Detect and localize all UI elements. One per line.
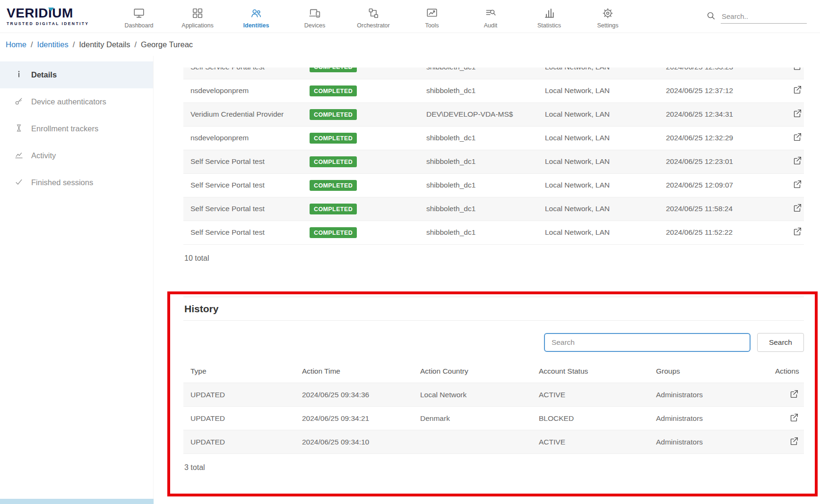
nav-item-label: Settings <box>597 22 618 29</box>
open-history-icon[interactable] <box>789 436 799 448</box>
nav-item-label: Devices <box>304 22 325 29</box>
identity-sidebar: Details Device authenticators Enrollment… <box>0 56 154 504</box>
history-account-status: ACTIVE <box>532 383 649 407</box>
open-session-icon[interactable] <box>792 203 803 215</box>
sessions-section: Self Service Portal test COMPLETED shibb… <box>183 68 804 245</box>
applications-icon <box>191 7 204 19</box>
session-network: Local Network, LAN <box>538 79 659 103</box>
status-badge: COMPLETED <box>310 133 357 144</box>
breadcrumb-identities[interactable]: Identities <box>37 40 69 49</box>
hourglass-icon <box>14 123 24 135</box>
session-time: 2024/06/25 12:23:01 <box>659 150 785 173</box>
global-search <box>706 9 807 24</box>
open-session-icon[interactable] <box>792 68 803 73</box>
column-header-groups: Groups <box>649 360 768 383</box>
session-server: shibboleth_dc1 <box>419 68 538 79</box>
history-action-time: 2024/06/25 09:34:10 <box>295 430 413 454</box>
session-time: 2024/06/25 11:52:22 <box>659 221 785 244</box>
status-badge: COMPLETED <box>310 156 357 167</box>
open-session-icon[interactable] <box>792 179 803 191</box>
history-header-row: Type Action Time Action Country Account … <box>183 360 804 383</box>
nav-item-applications[interactable]: Applications <box>175 4 220 29</box>
content-area: Details Device authenticators Enrollment… <box>0 56 820 504</box>
open-session-icon[interactable] <box>792 155 803 168</box>
tools-icon <box>426 7 438 19</box>
history-section: History Search Type Action Time Action C… <box>183 297 804 485</box>
status-badge: COMPLETED <box>310 227 357 238</box>
sidebar-item-finished-sessions[interactable]: Finished sessions <box>0 169 153 196</box>
session-name: nsdeveloponprem <box>183 79 302 103</box>
open-session-icon[interactable] <box>792 108 803 120</box>
session-row: Self Service Portal test COMPLETED shibb… <box>183 150 804 173</box>
session-server: shibboleth_dc1 <box>419 197 538 221</box>
global-search-input[interactable] <box>721 9 807 24</box>
session-name: nsdeveloponprem <box>183 126 302 150</box>
nav-item-identities[interactable]: Identities <box>234 4 278 29</box>
session-server: DEV\DEVELOP-VDA-MS$ <box>419 103 538 126</box>
history-groups: Administrators <box>649 430 768 454</box>
main-panel: Self Service Portal test COMPLETED shibb… <box>154 56 820 504</box>
open-history-icon[interactable] <box>789 389 799 401</box>
history-action-country: Local Network <box>413 383 532 407</box>
session-name: Self Service Portal test <box>183 197 302 221</box>
sidebar-item-label: Device authenticators <box>31 97 106 106</box>
column-header-actions: Actions <box>768 360 804 383</box>
logo-text: VERIDIUM <box>7 7 110 20</box>
breadcrumb-home[interactable]: Home <box>6 40 26 49</box>
sidebar-item-label: Enrollment trackers <box>31 124 98 133</box>
history-type: UPDATED <box>183 407 295 430</box>
nav-item-dashboard[interactable]: Dashboard <box>117 4 161 29</box>
history-title: History <box>184 303 218 314</box>
session-row: Self Service Portal test COMPLETED shibb… <box>183 68 804 79</box>
devices-icon <box>309 7 321 19</box>
history-type: UPDATED <box>183 430 295 454</box>
history-action-time: 2024/06/25 09:34:21 <box>295 407 413 430</box>
session-name: Self Service Portal test <box>183 221 302 244</box>
open-history-icon[interactable] <box>789 412 799 425</box>
audit-icon <box>484 7 497 19</box>
history-search-button[interactable]: Search <box>757 333 804 352</box>
veridium-logo[interactable]: VERIDIUM TRUSTED DIGITAL IDENTITY <box>0 7 110 26</box>
status-badge: COMPLETED <box>310 204 357 214</box>
sidebar-item-details[interactable]: Details <box>0 61 153 88</box>
history-row: UPDATED 2024/06/25 09:34:21 Denmark BLOC… <box>183 407 804 430</box>
nav-item-label: Applications <box>181 22 213 29</box>
nav-item-orchestrator[interactable]: Orchestrator <box>351 4 396 29</box>
session-time: 2024/06/25 12:37:12 <box>659 79 785 103</box>
activity-icon <box>14 150 24 162</box>
sidebar-item-label: Activity <box>31 151 56 160</box>
nav-item-label: Identities <box>243 22 269 29</box>
history-groups: Administrators <box>649 407 768 430</box>
nav-item-audit[interactable]: Audit <box>468 4 513 29</box>
nav-item-statistics[interactable]: Statistics <box>527 4 571 29</box>
session-network: Local Network, LAN <box>538 68 659 79</box>
settings-icon <box>602 7 614 19</box>
open-session-icon[interactable] <box>792 226 803 239</box>
session-network: Local Network, LAN <box>538 173 659 197</box>
session-time: 2024/06/25 11:58:24 <box>659 197 785 221</box>
history-search-input[interactable] <box>544 333 751 352</box>
sidebar-item-activity[interactable]: Activity <box>0 142 153 169</box>
column-header-action-country: Action Country <box>413 360 532 383</box>
session-network: Local Network, LAN <box>538 221 659 244</box>
sidebar-item-device-authenticators[interactable]: Device authenticators <box>0 88 153 115</box>
info-icon <box>14 69 24 81</box>
history-action-time: 2024/06/25 09:34:36 <box>295 383 413 407</box>
history-action-country: Denmark <box>413 407 532 430</box>
sidebar-item-enrollment-trackers[interactable]: Enrollment trackers <box>0 115 153 142</box>
nav-item-label: Tools <box>425 22 439 29</box>
open-session-icon[interactable] <box>792 132 803 144</box>
nav-item-devices[interactable]: Devices <box>293 4 337 29</box>
orchestrator-icon <box>367 7 380 19</box>
sidebar-footer-strip <box>0 499 154 504</box>
breadcrumb-current-user: George Tureac <box>141 40 193 49</box>
nav-item-settings[interactable]: Settings <box>586 4 630 29</box>
session-server: shibboleth_dc1 <box>419 79 538 103</box>
session-row: Self Service Portal test COMPLETED shibb… <box>183 197 804 221</box>
session-name: Self Service Portal test <box>183 68 302 79</box>
open-session-icon[interactable] <box>792 85 803 97</box>
session-time: 2024/06/25 12:09:07 <box>659 173 785 197</box>
nav-item-tools[interactable]: Tools <box>410 4 454 29</box>
statistics-icon <box>543 7 555 19</box>
status-badge: COMPLETED <box>310 68 357 72</box>
